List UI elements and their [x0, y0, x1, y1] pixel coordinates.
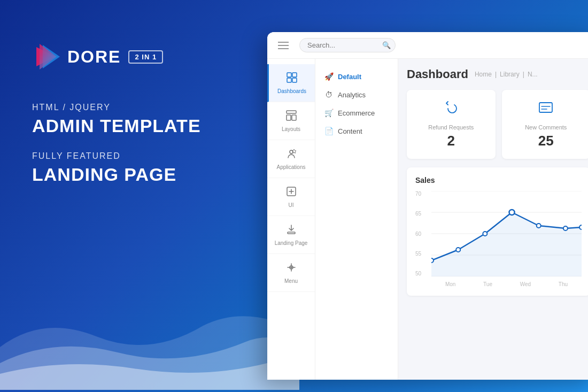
stats-row: Refund Requests 2 New Comments 25	[407, 90, 588, 159]
comments-label: New Comments	[525, 124, 567, 130]
breadcrumb-sep2: |	[523, 71, 524, 78]
refund-label: Refund Requests	[428, 124, 474, 130]
y-label-65: 65	[415, 211, 429, 217]
stat-card-comments: New Comments 25	[502, 90, 589, 159]
submenu-item-ecommerce[interactable]: 🛒 Ecommerce	[315, 104, 398, 122]
submenu-analytics-label: Analytics	[338, 91, 366, 99]
search-input[interactable]	[307, 41, 382, 49]
svg-point-24	[537, 224, 541, 228]
sidebar-menu-icon	[285, 262, 297, 276]
tagline2-small: FULLY FEATURED	[32, 151, 201, 161]
svg-rect-14	[539, 103, 552, 112]
sidebar-landing-label: Landing Page	[275, 240, 308, 246]
submenu-ecommerce-label: Ecommerce	[338, 109, 375, 117]
x-label-mon: Mon	[445, 281, 455, 287]
sidebar-menu-label: Menu	[284, 278, 298, 284]
svg-point-20	[431, 258, 434, 263]
x-label-wed: Wed	[520, 281, 531, 287]
submenu-content-label: Content	[338, 127, 362, 135]
svg-point-22	[483, 232, 487, 236]
sidebar-item-applications[interactable]: Applications	[267, 140, 315, 178]
chart-card: Sales 70 65 60 55 50	[407, 167, 588, 296]
main-container: DORE 2 IN 1 HTML / JQUERY ADMIN TEMPLATE…	[0, 0, 588, 392]
svg-rect-8	[287, 115, 291, 120]
submenu-default-icon: 🚀	[324, 72, 334, 81]
submenu-default-label: Default	[338, 73, 361, 81]
breadcrumb-library: Library	[500, 71, 520, 78]
sidebar-ui-icon	[285, 186, 297, 200]
sidebar-ui-label: UI	[289, 202, 294, 208]
chart-area: 70 65 60 55 50	[415, 191, 582, 287]
refund-icon	[443, 99, 460, 120]
brand-badge: 2 IN 1	[128, 50, 163, 64]
chart-svg-container	[431, 191, 582, 276]
dashboard-main: Dashboard Home | Library | N...	[398, 59, 588, 380]
sidebar-layouts-label: Layouts	[282, 126, 300, 132]
search-icon: 🔍	[382, 41, 391, 49]
chart-title: Sales	[415, 176, 582, 185]
bottom-wave	[0, 283, 299, 392]
dashboard-title: Dashboard	[407, 67, 468, 81]
comments-icon	[537, 99, 554, 120]
svg-rect-7	[287, 111, 296, 113]
svg-rect-5	[287, 78, 291, 82]
svg-rect-4	[292, 73, 297, 77]
y-label-70: 70	[415, 191, 429, 197]
sidebar: Dashboards Layouts	[267, 59, 315, 380]
comments-value: 25	[538, 133, 554, 149]
submenu-panel: 🚀 Default ⏱ Analytics 🛒 Ecommerce 📄 Cont…	[315, 59, 398, 380]
tagline1-small: HTML / JQUERY	[32, 103, 201, 112]
breadcrumb: Home | Library | N...	[475, 71, 538, 78]
refund-value: 2	[447, 133, 455, 149]
svg-rect-6	[292, 78, 297, 82]
search-bar[interactable]: 🔍	[299, 38, 396, 52]
y-label-50: 50	[415, 271, 429, 276]
tagline1-big: ADMIN TEMPLATE	[32, 116, 201, 136]
sidebar-item-landing[interactable]: Landing Page	[267, 216, 315, 254]
sidebar-dashboards-label: Dashboards	[277, 88, 306, 94]
x-label-thu: Thu	[559, 281, 568, 287]
submenu-content-icon: 📄	[324, 127, 334, 135]
y-labels: 70 65 60 55 50	[415, 191, 429, 276]
sidebar-item-dashboards[interactable]: Dashboards	[267, 64, 315, 102]
sidebar-applications-label: Applications	[277, 164, 306, 170]
left-content: DORE 2 IN 1 HTML / JQUERY ADMIN TEMPLATE…	[32, 43, 201, 185]
stat-card-refund: Refund Requests 2	[407, 90, 496, 159]
submenu-item-default[interactable]: 🚀 Default	[315, 67, 398, 86]
dashboard-header: Dashboard Home | Library | N...	[407, 67, 588, 81]
svg-point-21	[456, 248, 460, 252]
sidebar-dashboards-icon	[286, 72, 298, 86]
breadcrumb-current: N...	[528, 71, 538, 78]
y-label-60: 60	[415, 231, 429, 237]
sidebar-applications-icon	[285, 148, 297, 162]
chart-svg	[431, 191, 582, 276]
x-label-tue: Tue	[483, 281, 492, 287]
x-labels: Mon Tue Wed Thu	[431, 281, 582, 287]
svg-marker-2	[40, 44, 57, 70]
submenu-item-analytics[interactable]: ⏱ Analytics	[315, 86, 398, 104]
svg-point-23	[509, 210, 515, 215]
sidebar-item-menu[interactable]: Menu	[267, 254, 315, 292]
y-label-55: 55	[415, 251, 429, 257]
logo-row: DORE 2 IN 1	[32, 43, 201, 71]
svg-rect-9	[292, 115, 296, 120]
sidebar-landing-icon	[285, 224, 297, 238]
breadcrumb-sep1: |	[495, 71, 497, 78]
sidebar-item-layouts[interactable]: Layouts	[267, 102, 315, 140]
mockup-body: Dashboards Layouts	[267, 59, 588, 380]
submenu-item-content[interactable]: 📄 Content	[315, 122, 398, 140]
dore-logo-icon	[32, 43, 60, 71]
sidebar-layouts-icon	[285, 110, 297, 124]
dashboard-mockup: 🔍 Dashboards	[267, 32, 588, 380]
mockup-topbar: 🔍	[267, 32, 588, 59]
hamburger-icon[interactable]	[278, 42, 289, 49]
svg-rect-12	[288, 232, 295, 234]
svg-point-26	[579, 225, 582, 229]
svg-point-25	[563, 226, 568, 230]
tagline2-big: LANDING PAGE	[32, 164, 201, 185]
submenu-ecommerce-icon: 🛒	[324, 109, 334, 117]
brand-name: DORE	[67, 47, 121, 67]
sidebar-item-ui[interactable]: UI	[267, 178, 315, 216]
svg-rect-3	[287, 73, 291, 77]
breadcrumb-home: Home	[475, 71, 492, 78]
